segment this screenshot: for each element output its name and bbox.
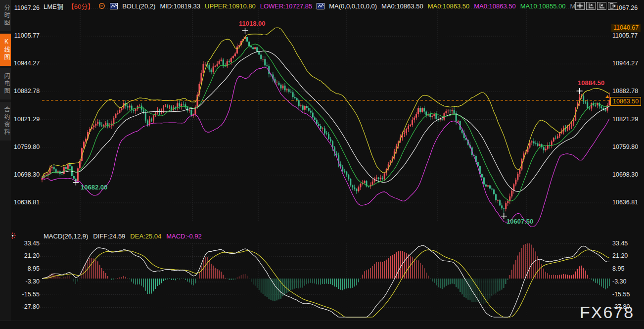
axis-zoom-out-icon[interactable] (597, 2, 606, 10)
macd-axis-label: 8.95 (14, 265, 40, 272)
low-price-annotation: 10607.50 (506, 218, 533, 225)
macd-dea-value: DEA:25.04 (130, 233, 161, 240)
sidebar-tab-time-chart[interactable]: 分时图 (0, 0, 11, 31)
main-chart-canvas[interactable] (0, 0, 644, 329)
price-axis-label: 10636.81 (14, 199, 40, 206)
chart-toolbar (575, 2, 617, 10)
boll-mid-value: MID:10819.33 (160, 2, 200, 10)
macd-axis-label: 8.95 (612, 265, 624, 272)
recent-high-annotation: 10884.50 (578, 79, 604, 87)
sidebar-tab-lightning-chart[interactable]: 闪电图 (0, 68, 11, 99)
price-axis-label: 10882.78 (14, 88, 40, 94)
circled-minus-icon[interactable] (98, 2, 105, 9)
ma-indicator-icon[interactable] (317, 3, 324, 9)
time-axis-bar (0, 321, 644, 329)
crosshair-icon[interactable] (575, 2, 585, 10)
last-price-badge: 10863.50 (610, 97, 641, 106)
price-axis-label: 10821.29 (612, 116, 638, 123)
price-axis-label: 10759.80 (612, 143, 638, 150)
ma-group-label: MA(0,0,0,10,0,0) (329, 2, 377, 10)
boll-indicator-icon[interactable] (110, 3, 118, 9)
price-axis-label: 10944.27 (14, 60, 40, 67)
macd-axis-label: 21.20 (612, 252, 628, 259)
fx678-watermark: FX678 (580, 303, 634, 322)
macd-axis-label: 33.45 (14, 240, 40, 247)
macd-header: MACD(26,12,9) DIFF:24.59 DEA:25.04 MACD:… (44, 233, 202, 240)
macd-axis-label: -15.55 (612, 291, 630, 298)
period-label: 【60分】 (68, 1, 94, 11)
ma3-value: MA0:10863.50 (474, 2, 516, 10)
price-axis-label: 11005.77 (612, 32, 638, 39)
ma10-value: MA10:10855.00 (520, 2, 566, 10)
price-axis-label: 10636.81 (612, 199, 638, 206)
macd-axis-label: -3.30 (14, 278, 40, 285)
macd-axis-label: -3.30 (612, 278, 627, 285)
ma1-value: MA0:10863.50 (381, 2, 423, 10)
price-axis-label: 10698.30 (612, 171, 638, 178)
low-price-annotation: 10682.00 (81, 184, 107, 191)
price-axis-label: 10759.80 (14, 143, 40, 150)
price-axis-label: 10821.29 (14, 116, 40, 123)
macd-diff-value: DIFF:24.59 (93, 233, 125, 240)
price-axis-label: 10698.30 (14, 171, 40, 178)
boll-label: BOLL(20,2) (122, 2, 155, 10)
price-axis-label: 11067.26 (14, 4, 40, 11)
pan-exit-icon[interactable] (608, 2, 617, 10)
price-axis-label: 10944.27 (612, 60, 638, 67)
app-window: 分时图 K线图 闪电图 合约资料 LME铜 【60分】 BOLL(20,2) M… (0, 0, 644, 329)
sidebar: 分时图 K线图 闪电图 合约资料 (0, 0, 11, 329)
macd-title: MACD(26,12,9) (44, 233, 88, 240)
boll-upper-value: UPPER:10910.80 (205, 2, 256, 10)
peak-price-annotation: 11018.00 (239, 20, 266, 27)
session-high-badge: 11040.67 (611, 24, 641, 32)
symbol-label: LME铜 (44, 1, 63, 11)
macd-axis-label: -15.55 (14, 291, 40, 298)
axis-zoom-in-icon[interactable] (586, 2, 596, 10)
boll-lower-value: LOWER:10727.85 (260, 2, 313, 10)
price-axis-label: 11005.77 (14, 32, 40, 39)
macd-axis-label: 21.20 (14, 252, 40, 259)
macd-axis-label: 33.45 (612, 240, 628, 247)
sidebar-tab-kline-chart[interactable]: K线图 (0, 34, 11, 66)
indicator-header: LME铜 【60分】 BOLL(20,2) MID:10819.33 UPPER… (44, 2, 596, 10)
sidebar-tab-contract-info[interactable]: 合约资料 (0, 102, 11, 141)
price-axis-label: 10882.78 (612, 88, 638, 94)
ma2-value: MA0:10863.50 (428, 2, 470, 10)
macd-axis-label: -27.80 (14, 303, 40, 310)
macd-bar-value: MACD:-0.92 (166, 233, 202, 240)
